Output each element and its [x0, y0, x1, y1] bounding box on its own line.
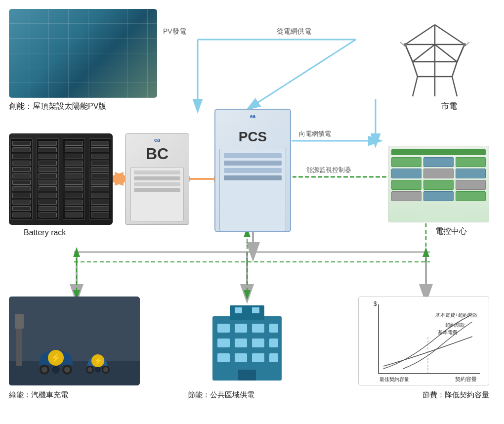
- svg-line-11: [252, 40, 356, 106]
- svg-text:契約容量: 契約容量: [455, 376, 477, 382]
- bc-logo: ea: [154, 137, 160, 143]
- svg-rect-89: [269, 353, 278, 362]
- svg-line-51: [413, 77, 418, 96]
- svg-rect-60: [9, 361, 140, 385]
- svg-text:PV發電: PV發電: [163, 27, 186, 35]
- svg-text:向電網饋電: 向電網饋電: [299, 130, 331, 137]
- solar-label: 創能：屋頂架設太陽能PV版: [9, 101, 106, 112]
- svg-point-70: [95, 367, 101, 373]
- control-center-image: [388, 146, 489, 222]
- pcs-logo: ea: [250, 114, 255, 119]
- cost-graph-image: $ 契約容量 基本電費 基本電費+超約罰款 超約罰款 最佳契約容量: [358, 297, 489, 385]
- svg-text:基本電費+超約罰款: 基本電費+超約罰款: [435, 312, 478, 318]
- building-image: [193, 297, 301, 385]
- svg-line-46: [435, 25, 464, 44]
- svg-line-55: [435, 44, 457, 62]
- svg-rect-88: [252, 353, 264, 362]
- svg-line-52: [452, 77, 457, 96]
- svg-point-67: [64, 367, 70, 373]
- svg-rect-92: [235, 307, 242, 313]
- pcs-unit: ea PCS: [214, 109, 291, 232]
- svg-text:⚡: ⚡: [94, 357, 103, 365]
- svg-rect-80: [252, 324, 264, 333]
- svg-point-58: [463, 43, 466, 46]
- ev-charging-label: 綠能：汽機車充電: [9, 390, 68, 400]
- bc-unit: ea BC: [125, 133, 189, 225]
- svg-rect-82: [217, 339, 230, 347]
- building-supply-label: 節能：公共區域供電: [188, 390, 254, 400]
- svg-text:從電網供電: 從電網供電: [277, 27, 311, 35]
- svg-text:最佳契約容量: 最佳契約容量: [379, 377, 409, 382]
- svg-line-54: [413, 44, 435, 62]
- svg-line-53: [405, 44, 413, 62]
- svg-line-45: [405, 25, 435, 44]
- svg-text:$: $: [374, 300, 377, 307]
- svg-rect-79: [235, 324, 247, 333]
- svg-text:能源監視控制器: 能源監視控制器: [306, 166, 351, 173]
- svg-line-56: [457, 44, 464, 62]
- svg-line-49: [413, 62, 418, 77]
- pcs-label: PCS: [239, 129, 267, 145]
- svg-text:基本電費: 基本電費: [438, 330, 458, 335]
- svg-rect-93: [252, 307, 259, 313]
- svg-rect-81: [269, 324, 278, 333]
- svg-point-63: [52, 366, 60, 374]
- svg-rect-90: [238, 370, 256, 381]
- svg-point-72: [87, 367, 92, 372]
- svg-text:超約罰款: 超約罰款: [445, 322, 465, 328]
- svg-point-65: [42, 367, 47, 373]
- grid-label: 市電: [441, 101, 457, 112]
- svg-rect-62: [15, 314, 24, 329]
- control-center-label: 電控中心: [435, 226, 467, 237]
- svg-point-57: [404, 43, 407, 46]
- battery-rack-image: [9, 133, 113, 225]
- svg-line-50: [452, 62, 457, 77]
- battery-rack-label: Battery rack: [24, 228, 66, 237]
- bc-label: BC: [146, 145, 168, 163]
- power-tower-image: [390, 15, 479, 104]
- svg-rect-83: [235, 339, 247, 347]
- svg-rect-78: [217, 324, 230, 333]
- cost-reduction-label: 節費：降低契約容量: [422, 390, 489, 400]
- svg-point-74: [103, 367, 108, 372]
- ev-charging-image: ⚡ ⚡: [9, 297, 140, 385]
- svg-rect-84: [252, 339, 264, 347]
- svg-rect-86: [217, 353, 230, 362]
- svg-rect-85: [269, 339, 278, 347]
- solar-panel-image: [9, 9, 157, 98]
- svg-text:⚡: ⚡: [50, 352, 62, 363]
- diagram-container: { "title": "Energy Storage System Diagra…: [0, 0, 504, 424]
- svg-rect-87: [235, 353, 247, 362]
